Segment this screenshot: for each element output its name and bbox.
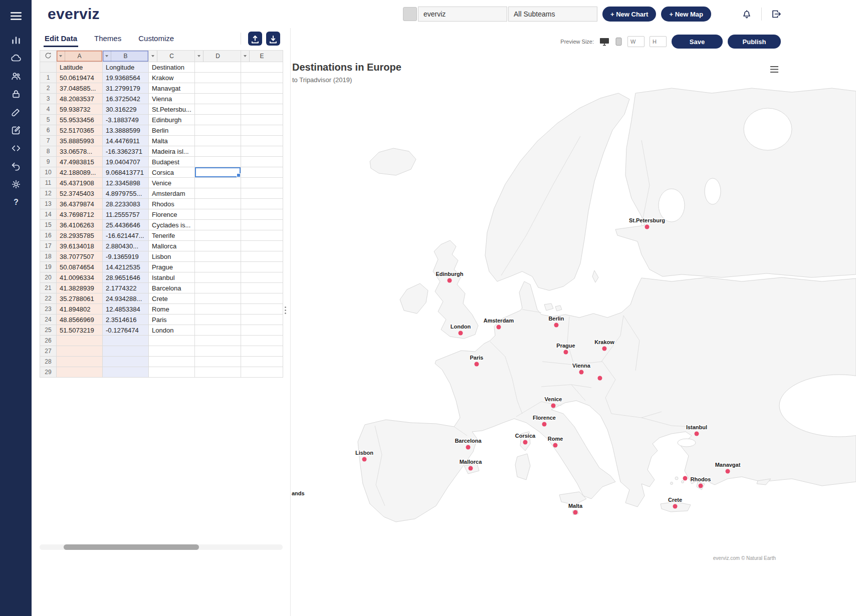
row-number[interactable]: 27 [40,346,57,357]
map-marker[interactable] [459,331,463,336]
grid-cell-C13[interactable]: Rhodos [149,199,195,209]
grid-cell-B25[interactable]: -0.1276474 [103,325,149,336]
grid-cell-A8[interactable]: 33.06578... [57,146,103,157]
row-number[interactable]: 15 [40,220,57,230]
grid-cell-D4[interactable] [195,104,241,115]
map-marker[interactable] [553,443,558,448]
team-avatar[interactable] [403,7,417,21]
horizontal-scrollbar[interactable] [40,544,283,550]
grid-cell-B13[interactable]: 28.2233083 [103,199,149,209]
grid-cell-C25[interactable]: London [149,325,195,336]
grid-cell-A12[interactable]: 52.3745403 [57,188,103,199]
grid-cell-E25[interactable] [241,325,283,336]
map-marker[interactable] [554,323,559,328]
grid-cell-E19[interactable] [241,262,283,272]
row-number[interactable]: 2 [40,83,57,94]
download-data-button[interactable] [266,32,280,46]
save-button[interactable]: Save [672,35,723,49]
row-number[interactable]: 3 [40,94,57,104]
map-marker[interactable] [564,350,568,355]
grid-cell-C23[interactable]: Rome [149,304,195,315]
map-marker[interactable] [579,370,584,375]
field-cell[interactable]: Latitude [57,62,103,73]
column-menu-E[interactable] [241,51,250,62]
grid-cell-A25[interactable]: 51.5073219 [57,325,103,336]
grid-cell-A20[interactable]: 41.0096334 [57,272,103,283]
row-number[interactable]: 1 [40,73,57,83]
grid-cell-E24[interactable] [241,315,283,325]
help-icon[interactable]: ? [0,193,32,211]
grid-cell-C22[interactable]: Crete [149,293,195,304]
map-marker[interactable] [466,445,471,450]
grid-cell-D1[interactable] [195,73,241,83]
panel-resize-handle[interactable] [283,304,288,316]
grid-cell-B4[interactable]: 30.316229 [103,104,149,115]
grid-cell-D15[interactable] [195,220,241,230]
undo-icon[interactable] [0,157,32,175]
row-number[interactable]: 4 [40,104,57,115]
grid-cell-B24[interactable]: 2.3514616 [103,315,149,325]
row-number[interactable]: 24 [40,315,57,325]
map-marker[interactable] [469,466,473,471]
row-number[interactable]: 18 [40,251,57,262]
grid-cell-A1[interactable]: 50.0619474 [57,73,103,83]
grid-cell-A3[interactable]: 48.2083537 [57,94,103,104]
grid-cell-B8[interactable]: -16.3362371 [103,146,149,157]
map-marker[interactable] [551,404,556,408]
grid-cell-E17[interactable] [241,241,283,251]
grid-cell-C5[interactable]: Edinburgh [149,115,195,125]
grid-cell-C21[interactable]: Barcelona [149,283,195,293]
grid-cell-D11[interactable] [195,178,241,188]
grid-cell-A18[interactable]: 38.7077507 [57,251,103,262]
map-marker[interactable] [497,325,501,330]
map-marker[interactable] [673,504,678,509]
grid-cell-A11[interactable]: 45.4371908 [57,178,103,188]
tab-themes[interactable]: Themes [93,30,122,47]
grid-cell-C4[interactable]: St.Petersbu... [149,104,195,115]
grid-cell-D5[interactable] [195,115,241,125]
row-number[interactable]: 13 [40,199,57,209]
grid-cell-E28[interactable] [241,357,283,367]
grid-cell-C28[interactable] [149,357,195,367]
grid-cell-E26[interactable] [241,336,283,346]
grid-cell-C11[interactable]: Venice [149,178,195,188]
column-menu-C[interactable] [149,51,157,62]
column-header-B[interactable]: B [103,51,149,62]
brush-icon[interactable] [0,103,32,121]
column-header-A[interactable]: A [57,51,103,62]
column-menu-A[interactable] [57,51,65,62]
edit-icon[interactable] [0,121,32,139]
grid-cell-B18[interactable]: -9.1365919 [103,251,149,262]
map-marker[interactable] [726,469,730,474]
grid-cell-D18[interactable] [195,251,241,262]
grid-cell-A23[interactable]: 41.894802 [57,304,103,315]
grid-cell-E9[interactable] [241,157,283,167]
notifications-button[interactable] [739,7,754,22]
grid-cell-D19[interactable] [195,262,241,272]
grid-cell-E2[interactable] [241,83,283,94]
column-header-E[interactable]: E [241,51,283,62]
grid-cell-D2[interactable] [195,83,241,94]
grid-cell-A24[interactable]: 48.8566969 [57,315,103,325]
grid-cell-C12[interactable]: Amsterdam [149,188,195,199]
grid-cell-A2[interactable]: 37.048585... [57,83,103,94]
grid-cell-C17[interactable]: Mallorca [149,241,195,251]
tablet-size-icon[interactable] [615,37,622,46]
grid-cell-B2[interactable]: 31.2799179 [103,83,149,94]
grid-cell-B14[interactable]: 11.2555757 [103,209,149,220]
grid-cell-A5[interactable]: 55.9533456 [57,115,103,125]
grid-cell-C9[interactable]: Budapest [149,157,195,167]
grid-cell-C24[interactable]: Paris [149,315,195,325]
column-menu-D[interactable] [195,51,203,62]
grid-cell-E16[interactable] [241,230,283,241]
grid-cell-A21[interactable]: 41.3828939 [57,283,103,293]
grid-cell-B26[interactable] [103,336,149,346]
grid-cell-D20[interactable] [195,272,241,283]
grid-cell-E8[interactable] [241,146,283,157]
grid-cell-C27[interactable] [149,346,195,357]
grid-cell-A9[interactable]: 47.4983815 [57,157,103,167]
grid-cell-E4[interactable] [241,104,283,115]
grid-cell-A27[interactable] [57,346,103,357]
grid-cell-E18[interactable] [241,251,283,262]
grid-cell-A14[interactable]: 43.7698712 [57,209,103,220]
